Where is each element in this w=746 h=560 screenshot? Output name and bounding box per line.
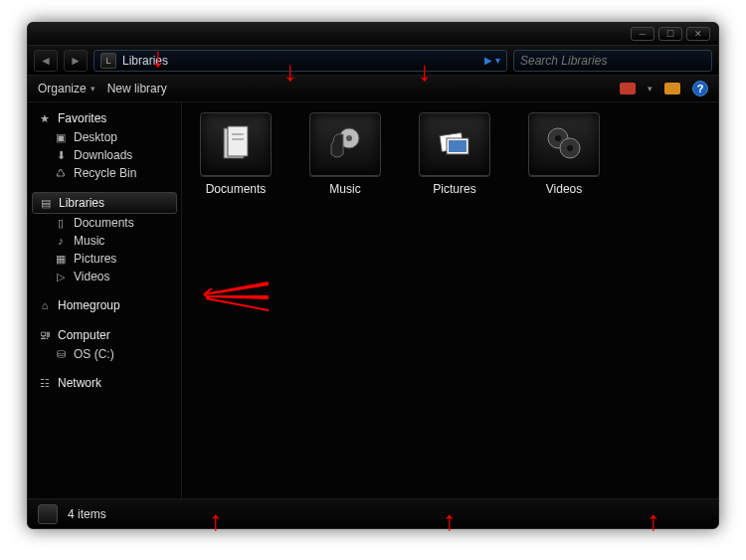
recyclebin-icon: ♺ — [54, 166, 68, 180]
pictures-library-icon — [419, 112, 490, 176]
homegroup-label: Homegroup — [58, 298, 120, 312]
organize-button[interactable]: Organize — [38, 82, 95, 95]
libraries-icon: ▤ — [39, 196, 53, 210]
computer-group: 🖳 Computer ⛁OS (C:) — [32, 325, 177, 363]
sidebar-item-music[interactable]: ♪Music — [32, 232, 177, 250]
network-header[interactable]: ☷ Network — [32, 373, 177, 393]
sidebar-item-documents[interactable]: ▯Documents — [32, 214, 177, 232]
library-pictures[interactable]: Pictures — [407, 112, 502, 196]
libraries-icon: L — [100, 53, 116, 69]
computer-label: Computer — [58, 328, 110, 342]
videos-icon: ▷ — [54, 270, 68, 283]
sidebar-item-pictures[interactable]: ▦Pictures — [32, 250, 177, 268]
videos-library-icon — [528, 112, 600, 176]
sidebar-item-videos[interactable]: ▷Videos — [32, 268, 177, 285]
sidebar-item-downloads[interactable]: ⬇Downloads — [32, 146, 177, 164]
desktop-icon: ▣ — [54, 130, 68, 144]
svg-rect-8 — [449, 140, 466, 152]
maximize-button[interactable]: ☐ — [658, 27, 682, 41]
network-group: ☷ Network — [32, 373, 177, 393]
libraries-header[interactable]: ▤ Libraries — [32, 192, 177, 214]
documents-icon: ▯ — [54, 216, 68, 230]
view-button-1[interactable] — [620, 83, 636, 94]
svg-point-12 — [567, 145, 573, 151]
library-videos[interactable]: Videos — [516, 112, 612, 196]
command-bar: Organize New library ▾ ? — [28, 75, 718, 102]
homegroup-header[interactable]: ⌂ Homegroup — [32, 295, 177, 315]
library-documents[interactable]: Documents — [188, 112, 283, 196]
search-box[interactable] — [513, 50, 712, 72]
downloads-icon: ⬇ — [54, 148, 68, 162]
body: ★ Favorites ▣Desktop ⬇Downloads ♺Recycle… — [28, 102, 718, 498]
refresh-dropdown-icon[interactable]: ▶ ▾ — [484, 55, 500, 66]
sidebar-item-desktop[interactable]: ▣Desktop — [32, 128, 177, 146]
navigation-pane: ★ Favorites ▣Desktop ⬇Downloads ♺Recycle… — [28, 102, 182, 498]
music-icon: ♪ — [54, 234, 68, 248]
forward-button[interactable]: ► — [64, 50, 88, 72]
svg-point-11 — [555, 135, 561, 141]
sidebar-item-osc[interactable]: ⛁OS (C:) — [32, 345, 177, 363]
navigation-bar: ◄ ► L Libraries ▶ ▾ — [28, 45, 718, 75]
libraries-label: Libraries — [59, 196, 104, 210]
back-button[interactable]: ◄ — [34, 50, 58, 72]
address-bar[interactable]: L Libraries ▶ ▾ — [93, 50, 507, 72]
library-label: Documents — [206, 182, 267, 196]
library-label: Videos — [546, 182, 582, 196]
svg-point-5 — [346, 135, 352, 141]
search-input[interactable] — [520, 54, 705, 68]
star-icon: ★ — [38, 111, 52, 125]
network-icon: ☷ — [38, 376, 52, 390]
network-label: Network — [58, 376, 101, 390]
titlebar: ─ ☐ ✕ — [28, 23, 718, 45]
favorites-header[interactable]: ★ Favorites — [32, 108, 177, 128]
libraries-group: ▤ Libraries ▯Documents ♪Music ▦Pictures … — [32, 192, 177, 285]
computer-icon: 🖳 — [38, 328, 52, 342]
library-label: Pictures — [433, 182, 475, 196]
documents-library-icon — [200, 112, 272, 176]
homegroup-icon: ⌂ — [38, 298, 52, 312]
pictures-icon: ▦ — [54, 252, 68, 266]
close-button[interactable]: ✕ — [686, 27, 710, 41]
sidebar-item-recyclebin[interactable]: ♺Recycle Bin — [32, 164, 177, 182]
drive-icon: ⛁ — [54, 347, 68, 361]
explorer-window: ─ ☐ ✕ ◄ ► L Libraries ▶ ▾ Organize New l… — [27, 22, 719, 529]
address-location: Libraries — [122, 54, 478, 68]
status-text: 4 items — [68, 507, 106, 521]
minimize-button[interactable]: ─ — [631, 27, 654, 41]
view-button-2[interactable] — [664, 83, 680, 94]
music-library-icon — [309, 112, 381, 176]
new-library-button[interactable]: New library — [107, 82, 167, 95]
svg-rect-1 — [228, 126, 248, 156]
help-button[interactable]: ? — [692, 81, 708, 96]
library-label: Music — [329, 182, 360, 196]
library-music[interactable]: Music — [297, 112, 393, 196]
homegroup-group: ⌂ Homegroup — [32, 295, 177, 315]
computer-header[interactable]: 🖳 Computer — [32, 325, 177, 345]
favorites-label: Favorites — [58, 111, 106, 125]
favorites-group: ★ Favorites ▣Desktop ⬇Downloads ♺Recycle… — [32, 108, 177, 182]
status-bar: 4 items — [28, 498, 718, 528]
content-pane[interactable]: Documents Music Pictures Videos — [182, 102, 718, 498]
status-icon — [38, 504, 58, 524]
